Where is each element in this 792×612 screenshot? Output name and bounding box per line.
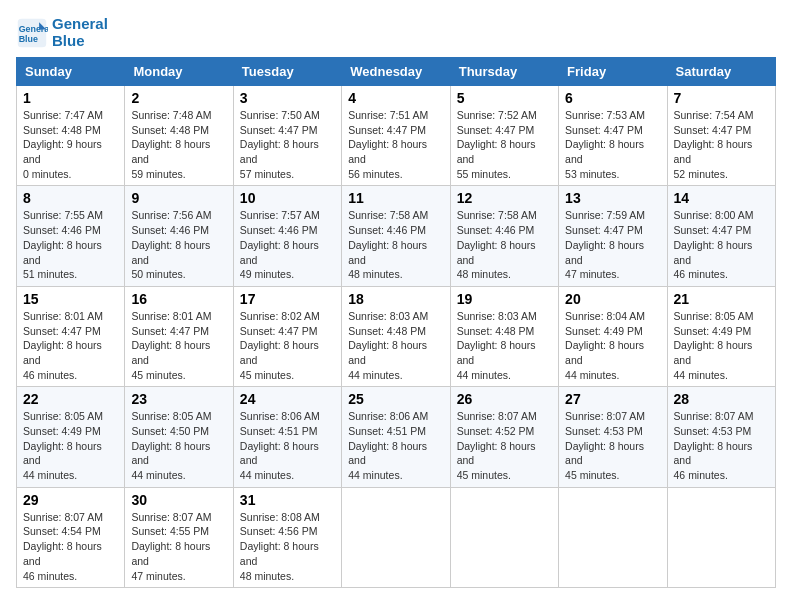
day-number: 25 (348, 391, 443, 407)
day-cell: 23Sunrise: 8:05 AMSunset: 4:50 PMDayligh… (125, 387, 233, 487)
day-cell: 8Sunrise: 7:55 AMSunset: 4:46 PMDaylight… (17, 186, 125, 286)
day-number: 5 (457, 90, 552, 106)
day-info: Sunrise: 8:01 AMSunset: 4:47 PMDaylight:… (23, 309, 118, 382)
day-info: Sunrise: 7:48 AMSunset: 4:48 PMDaylight:… (131, 108, 226, 181)
week-row-2: 8Sunrise: 7:55 AMSunset: 4:46 PMDaylight… (17, 186, 776, 286)
day-info: Sunrise: 7:59 AMSunset: 4:47 PMDaylight:… (565, 208, 660, 281)
day-number: 24 (240, 391, 335, 407)
day-cell: 19Sunrise: 8:03 AMSunset: 4:48 PMDayligh… (450, 286, 558, 386)
day-cell: 12Sunrise: 7:58 AMSunset: 4:46 PMDayligh… (450, 186, 558, 286)
day-number: 27 (565, 391, 660, 407)
weekday-header-sunday: Sunday (17, 58, 125, 86)
day-info: Sunrise: 7:47 AMSunset: 4:48 PMDaylight:… (23, 108, 118, 181)
day-cell: 11Sunrise: 7:58 AMSunset: 4:46 PMDayligh… (342, 186, 450, 286)
day-info: Sunrise: 7:51 AMSunset: 4:47 PMDaylight:… (348, 108, 443, 181)
day-cell: 2Sunrise: 7:48 AMSunset: 4:48 PMDaylight… (125, 86, 233, 186)
day-info: Sunrise: 7:56 AMSunset: 4:46 PMDaylight:… (131, 208, 226, 281)
day-number: 15 (23, 291, 118, 307)
day-cell: 25Sunrise: 8:06 AMSunset: 4:51 PMDayligh… (342, 387, 450, 487)
logo-subtext: Blue (52, 33, 108, 50)
day-number: 18 (348, 291, 443, 307)
weekday-header-saturday: Saturday (667, 58, 775, 86)
svg-text:Blue: Blue (19, 33, 38, 43)
day-number: 13 (565, 190, 660, 206)
day-number: 9 (131, 190, 226, 206)
day-cell: 9Sunrise: 7:56 AMSunset: 4:46 PMDaylight… (125, 186, 233, 286)
day-number: 6 (565, 90, 660, 106)
logo-icon: General Blue (16, 17, 48, 49)
day-info: Sunrise: 8:03 AMSunset: 4:48 PMDaylight:… (348, 309, 443, 382)
day-number: 7 (674, 90, 769, 106)
day-info: Sunrise: 8:07 AMSunset: 4:55 PMDaylight:… (131, 510, 226, 583)
day-cell: 14Sunrise: 8:00 AMSunset: 4:47 PMDayligh… (667, 186, 775, 286)
day-cell: 22Sunrise: 8:05 AMSunset: 4:49 PMDayligh… (17, 387, 125, 487)
day-info: Sunrise: 8:07 AMSunset: 4:53 PMDaylight:… (674, 409, 769, 482)
weekday-header-thursday: Thursday (450, 58, 558, 86)
day-info: Sunrise: 8:01 AMSunset: 4:47 PMDaylight:… (131, 309, 226, 382)
day-cell: 10Sunrise: 7:57 AMSunset: 4:46 PMDayligh… (233, 186, 341, 286)
day-info: Sunrise: 8:03 AMSunset: 4:48 PMDaylight:… (457, 309, 552, 382)
day-cell: 26Sunrise: 8:07 AMSunset: 4:52 PMDayligh… (450, 387, 558, 487)
day-info: Sunrise: 8:05 AMSunset: 4:49 PMDaylight:… (674, 309, 769, 382)
day-number: 29 (23, 492, 118, 508)
day-info: Sunrise: 8:02 AMSunset: 4:47 PMDaylight:… (240, 309, 335, 382)
day-cell: 15Sunrise: 8:01 AMSunset: 4:47 PMDayligh… (17, 286, 125, 386)
day-number: 20 (565, 291, 660, 307)
day-cell: 27Sunrise: 8:07 AMSunset: 4:53 PMDayligh… (559, 387, 667, 487)
weekday-header-friday: Friday (559, 58, 667, 86)
day-info: Sunrise: 7:54 AMSunset: 4:47 PMDaylight:… (674, 108, 769, 181)
day-number: 22 (23, 391, 118, 407)
day-cell: 31Sunrise: 8:08 AMSunset: 4:56 PMDayligh… (233, 487, 341, 587)
logo: General Blue General Blue (16, 16, 108, 49)
week-row-4: 22Sunrise: 8:05 AMSunset: 4:49 PMDayligh… (17, 387, 776, 487)
day-number: 4 (348, 90, 443, 106)
day-info: Sunrise: 7:52 AMSunset: 4:47 PMDaylight:… (457, 108, 552, 181)
day-cell: 3Sunrise: 7:50 AMSunset: 4:47 PMDaylight… (233, 86, 341, 186)
day-number: 31 (240, 492, 335, 508)
day-number: 1 (23, 90, 118, 106)
day-info: Sunrise: 8:08 AMSunset: 4:56 PMDaylight:… (240, 510, 335, 583)
header: General Blue General Blue (16, 16, 776, 49)
day-number: 28 (674, 391, 769, 407)
day-number: 3 (240, 90, 335, 106)
day-info: Sunrise: 8:04 AMSunset: 4:49 PMDaylight:… (565, 309, 660, 382)
day-number: 11 (348, 190, 443, 206)
day-cell: 30Sunrise: 8:07 AMSunset: 4:55 PMDayligh… (125, 487, 233, 587)
weekday-header-monday: Monday (125, 58, 233, 86)
day-number: 30 (131, 492, 226, 508)
calendar-table: SundayMondayTuesdayWednesdayThursdayFrid… (16, 57, 776, 588)
day-number: 14 (674, 190, 769, 206)
day-info: Sunrise: 7:53 AMSunset: 4:47 PMDaylight:… (565, 108, 660, 181)
day-info: Sunrise: 7:58 AMSunset: 4:46 PMDaylight:… (348, 208, 443, 281)
day-cell: 17Sunrise: 8:02 AMSunset: 4:47 PMDayligh… (233, 286, 341, 386)
day-info: Sunrise: 7:58 AMSunset: 4:46 PMDaylight:… (457, 208, 552, 281)
day-cell: 6Sunrise: 7:53 AMSunset: 4:47 PMDaylight… (559, 86, 667, 186)
day-number: 19 (457, 291, 552, 307)
day-info: Sunrise: 8:07 AMSunset: 4:53 PMDaylight:… (565, 409, 660, 482)
week-row-1: 1Sunrise: 7:47 AMSunset: 4:48 PMDaylight… (17, 86, 776, 186)
day-cell: 4Sunrise: 7:51 AMSunset: 4:47 PMDaylight… (342, 86, 450, 186)
day-cell: 5Sunrise: 7:52 AMSunset: 4:47 PMDaylight… (450, 86, 558, 186)
day-info: Sunrise: 7:50 AMSunset: 4:47 PMDaylight:… (240, 108, 335, 181)
day-cell: 13Sunrise: 7:59 AMSunset: 4:47 PMDayligh… (559, 186, 667, 286)
day-cell (342, 487, 450, 587)
day-number: 17 (240, 291, 335, 307)
day-number: 23 (131, 391, 226, 407)
day-cell (667, 487, 775, 587)
day-cell: 7Sunrise: 7:54 AMSunset: 4:47 PMDaylight… (667, 86, 775, 186)
day-cell: 28Sunrise: 8:07 AMSunset: 4:53 PMDayligh… (667, 387, 775, 487)
day-number: 16 (131, 291, 226, 307)
day-info: Sunrise: 8:05 AMSunset: 4:49 PMDaylight:… (23, 409, 118, 482)
day-info: Sunrise: 8:06 AMSunset: 4:51 PMDaylight:… (240, 409, 335, 482)
day-cell: 29Sunrise: 8:07 AMSunset: 4:54 PMDayligh… (17, 487, 125, 587)
day-info: Sunrise: 7:55 AMSunset: 4:46 PMDaylight:… (23, 208, 118, 281)
day-cell: 18Sunrise: 8:03 AMSunset: 4:48 PMDayligh… (342, 286, 450, 386)
day-cell: 20Sunrise: 8:04 AMSunset: 4:49 PMDayligh… (559, 286, 667, 386)
day-info: Sunrise: 8:05 AMSunset: 4:50 PMDaylight:… (131, 409, 226, 482)
day-info: Sunrise: 8:07 AMSunset: 4:54 PMDaylight:… (23, 510, 118, 583)
day-number: 2 (131, 90, 226, 106)
day-info: Sunrise: 7:57 AMSunset: 4:46 PMDaylight:… (240, 208, 335, 281)
day-cell: 16Sunrise: 8:01 AMSunset: 4:47 PMDayligh… (125, 286, 233, 386)
week-row-3: 15Sunrise: 8:01 AMSunset: 4:47 PMDayligh… (17, 286, 776, 386)
weekday-header-tuesday: Tuesday (233, 58, 341, 86)
